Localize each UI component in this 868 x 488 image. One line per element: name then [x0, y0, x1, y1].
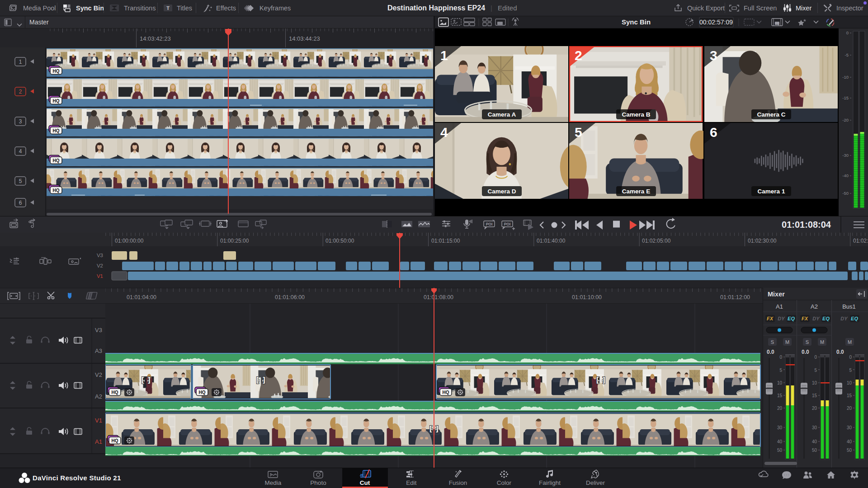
svg-text:01:01:08:00: 01:01:08:00: [424, 294, 453, 300]
svg-text:POI: POI: [504, 222, 511, 226]
svg-text:10: 10: [777, 380, 783, 385]
svg-text:0.0: 0.0: [767, 349, 774, 355]
svg-text:T: T: [166, 5, 170, 11]
svg-text:M: M: [785, 339, 789, 345]
svg-text:3: 3: [710, 48, 717, 63]
svg-text:0: 0: [814, 355, 817, 360]
svg-text:Deliver: Deliver: [586, 479, 605, 486]
svg-text:01:00:50:00: 01:00:50:00: [326, 238, 354, 244]
svg-text:EQ: EQ: [851, 316, 858, 321]
svg-text:00:02:57:09: 00:02:57:09: [699, 19, 733, 26]
svg-text:30: 30: [812, 425, 817, 430]
svg-text:Fusion: Fusion: [449, 479, 467, 486]
svg-text:0: 0: [846, 30, 849, 35]
svg-text:A2: A2: [95, 393, 102, 400]
svg-text:A2: A2: [811, 303, 818, 310]
svg-text:6: 6: [19, 200, 22, 206]
svg-text:A1: A1: [95, 438, 102, 445]
svg-text:M: M: [820, 339, 824, 345]
svg-text:2: 2: [575, 48, 582, 63]
svg-text:14:03:44:23: 14:03:44:23: [289, 35, 320, 42]
svg-text:S: S: [806, 339, 809, 345]
svg-text:Camera D: Camera D: [487, 188, 516, 195]
svg-text:01:01:12:00: 01:01:12:00: [720, 294, 750, 300]
svg-text:15: 15: [847, 393, 852, 398]
svg-text:Fairlight: Fairlight: [539, 479, 561, 486]
svg-text:-5: -5: [845, 52, 849, 57]
svg-text:DY: DY: [840, 316, 848, 321]
svg-text:6: 6: [710, 125, 717, 140]
svg-text:50: 50: [847, 448, 852, 453]
svg-text:-50: -50: [842, 191, 849, 196]
svg-text:-15: -15: [842, 95, 849, 100]
svg-text:0.0: 0.0: [802, 349, 809, 355]
svg-text:40: 40: [847, 439, 852, 444]
svg-text:Camera 1: Camera 1: [758, 188, 785, 195]
svg-text:5: 5: [575, 125, 582, 140]
svg-text:A1: A1: [776, 303, 783, 310]
svg-text:15: 15: [812, 393, 817, 398]
svg-text:15: 15: [777, 393, 783, 398]
svg-text:Sync Bin: Sync Bin: [622, 18, 651, 26]
svg-text:Cut: Cut: [360, 479, 370, 486]
svg-text:-40: -40: [842, 173, 849, 178]
svg-text:Camera E: Camera E: [622, 188, 650, 195]
svg-text:FX: FX: [802, 316, 808, 321]
svg-text:30: 30: [777, 425, 783, 430]
svg-text:V3: V3: [95, 327, 102, 333]
svg-text:01:02:: 01:02:: [853, 238, 868, 244]
svg-text:01:01:15:00: 01:01:15:00: [431, 238, 460, 244]
svg-text:4: 4: [440, 125, 448, 140]
svg-text:01:00:00:00: 01:00:00:00: [115, 238, 144, 244]
svg-text:5: 5: [779, 368, 782, 373]
svg-text:-20: -20: [842, 117, 849, 122]
svg-text:A3: A3: [95, 347, 102, 354]
svg-text:20: 20: [812, 406, 817, 411]
svg-text:0.0: 0.0: [836, 349, 844, 355]
svg-text:0: 0: [849, 355, 852, 360]
svg-text:Camera C: Camera C: [757, 111, 785, 118]
svg-text:30: 30: [847, 425, 852, 430]
svg-text:Bus1: Bus1: [842, 303, 856, 310]
svg-text:-30: -30: [842, 153, 849, 158]
svg-text:Edit: Edit: [406, 479, 417, 486]
svg-text:HQ: HQ: [775, 22, 779, 25]
svg-text:DY: DY: [778, 316, 785, 321]
svg-text:3: 3: [19, 118, 22, 125]
svg-text:DaVinci Resolve Studio 21: DaVinci Resolve Studio 21: [33, 474, 121, 482]
svg-text:50: 50: [777, 448, 783, 453]
svg-text:Media: Media: [265, 479, 282, 486]
svg-text:V3: V3: [97, 253, 103, 258]
svg-text:01:02:30:00: 01:02:30:00: [748, 238, 777, 244]
svg-text:40: 40: [777, 439, 783, 444]
svg-text:01:01:08:04: 01:01:08:04: [782, 220, 831, 230]
svg-text:POI: POI: [486, 222, 493, 226]
svg-text:5: 5: [814, 368, 817, 373]
svg-text:1: 1: [440, 48, 448, 63]
svg-text:01:01:04:00: 01:01:04:00: [127, 294, 156, 300]
svg-text:40: 40: [812, 439, 817, 444]
svg-text:V1: V1: [97, 273, 103, 279]
svg-text:20: 20: [847, 406, 852, 411]
svg-text:50: 50: [812, 448, 817, 453]
svg-text:01:01:10:00: 01:01:10:00: [572, 294, 602, 300]
svg-text:14:03:42:23: 14:03:42:23: [140, 35, 171, 42]
svg-text:FX: FX: [767, 316, 774, 321]
svg-text:4: 4: [19, 148, 22, 155]
svg-text:-10: -10: [842, 75, 849, 80]
svg-text:Mixer: Mixer: [768, 291, 785, 298]
svg-text:V1: V1: [95, 417, 102, 424]
svg-text:1: 1: [19, 59, 22, 65]
svg-text:10: 10: [812, 380, 817, 385]
svg-text:Color: Color: [497, 479, 512, 486]
svg-text:01:01:40:00: 01:01:40:00: [537, 238, 566, 244]
svg-text:20: 20: [777, 406, 783, 411]
svg-text:Camera A: Camera A: [488, 111, 516, 118]
svg-text:01:01:06:00: 01:01:06:00: [275, 294, 305, 300]
svg-text:EQ: EQ: [788, 316, 795, 321]
svg-text:10: 10: [847, 380, 852, 385]
svg-text:2: 2: [19, 89, 22, 95]
svg-text:01:00:25:00: 01:00:25:00: [220, 238, 249, 244]
svg-text:01:02:05:00: 01:02:05:00: [642, 238, 671, 244]
svg-text:V2: V2: [95, 371, 102, 378]
